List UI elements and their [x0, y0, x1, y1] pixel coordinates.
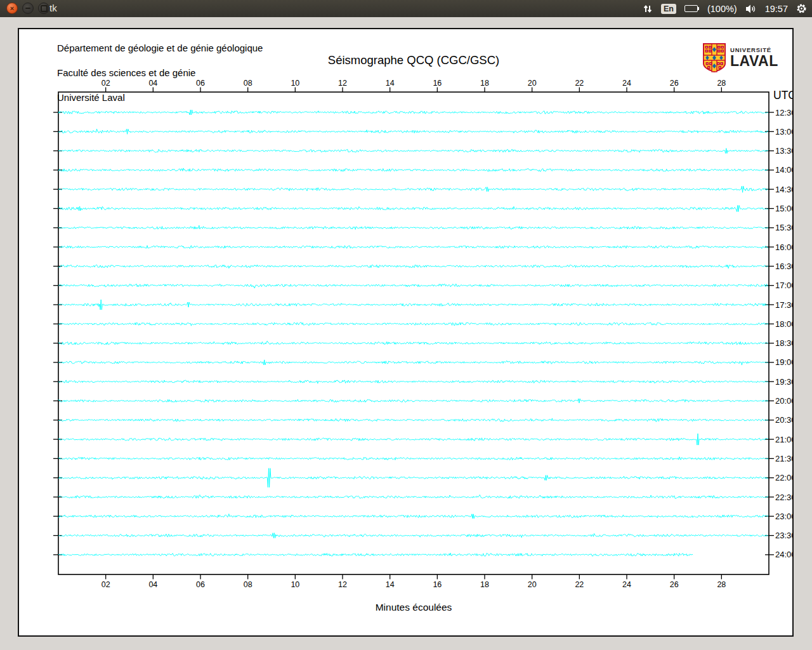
svg-text:20: 20	[528, 79, 537, 88]
svg-text:10: 10	[291, 79, 299, 88]
volume-icon[interactable]	[745, 4, 757, 14]
svg-text:23:30: 23:30	[775, 531, 792, 540]
svg-text:24: 24	[622, 580, 631, 589]
svg-text:28: 28	[717, 580, 726, 589]
svg-text:10: 10	[291, 580, 299, 589]
svg-text:02: 02	[102, 79, 110, 88]
svg-text:20: 20	[528, 580, 537, 589]
svg-text:18: 18	[480, 580, 489, 589]
svg-text:26: 26	[670, 79, 679, 88]
window-title: tk	[49, 0, 57, 17]
maximize-icon	[41, 5, 48, 12]
svg-text:08: 08	[244, 580, 252, 589]
svg-text:16:00: 16:00	[775, 242, 792, 252]
svg-text:24: 24	[622, 79, 631, 88]
svg-text:14:00: 14:00	[775, 165, 792, 175]
svg-text:24:00: 24:00	[775, 550, 792, 559]
svg-text:12: 12	[338, 580, 347, 589]
svg-text:18:00: 18:00	[775, 319, 792, 329]
battery-percent[interactable]: (100%)	[707, 4, 737, 14]
svg-text:06: 06	[196, 580, 205, 589]
minimize-button[interactable]	[22, 3, 34, 14]
svg-text:UTC: UTC	[773, 89, 792, 102]
taskbar: × tk En (100%) 19:57	[0, 0, 812, 17]
maximize-button[interactable]	[38, 3, 49, 14]
svg-text:04: 04	[148, 580, 157, 589]
svg-text:23:00: 23:00	[775, 512, 792, 521]
svg-text:16: 16	[433, 580, 442, 589]
keyboard-layout-indicator[interactable]: En	[661, 4, 676, 14]
svg-text:08: 08	[244, 79, 252, 88]
seismograph-window: Département de géologie et de génie géol…	[18, 28, 794, 637]
svg-text:19:00: 19:00	[775, 357, 792, 367]
session-gear-icon[interactable]	[796, 3, 807, 14]
minimize-icon	[25, 8, 30, 9]
svg-text:21:00: 21:00	[775, 435, 792, 444]
svg-text:13:30: 13:30	[775, 146, 792, 156]
svg-text:17:00: 17:00	[775, 281, 792, 290]
svg-text:14: 14	[386, 79, 395, 88]
svg-text:04: 04	[148, 79, 157, 88]
svg-text:13:00: 13:00	[775, 127, 792, 136]
svg-text:12: 12	[338, 79, 347, 88]
svg-text:02: 02	[102, 580, 110, 589]
svg-text:16: 16	[433, 79, 442, 88]
battery-icon[interactable]	[684, 5, 699, 12]
svg-text:22: 22	[575, 79, 584, 88]
svg-text:26: 26	[670, 580, 679, 589]
svg-text:19:30: 19:30	[775, 377, 792, 387]
network-arrows-icon[interactable]	[643, 4, 653, 14]
svg-text:15:30: 15:30	[775, 223, 792, 232]
desktop: × tk En (100%) 19:57	[0, 0, 812, 650]
svg-text:16:30: 16:30	[775, 262, 792, 271]
svg-text:22:30: 22:30	[775, 493, 792, 502]
svg-text:18: 18	[480, 79, 489, 88]
svg-text:20:30: 20:30	[775, 415, 792, 425]
close-button[interactable]: ×	[6, 3, 18, 14]
clock[interactable]: 19:57	[765, 4, 788, 14]
svg-text:22: 22	[575, 580, 584, 589]
svg-text:06: 06	[196, 79, 205, 88]
svg-text:21:30: 21:30	[775, 454, 792, 463]
svg-text:22:00: 22:00	[775, 473, 792, 482]
svg-text:14: 14	[386, 580, 395, 589]
svg-text:Minutes écoulées: Minutes écoulées	[376, 602, 452, 613]
svg-text:14:30: 14:30	[775, 185, 792, 194]
svg-text:28: 28	[717, 79, 726, 88]
svg-text:17:30: 17:30	[775, 300, 792, 310]
svg-text:18:30: 18:30	[775, 338, 792, 348]
svg-text:12:30: 12:30	[775, 108, 792, 117]
svg-text:15:00: 15:00	[775, 204, 792, 213]
svg-text:20:00: 20:00	[775, 396, 792, 406]
seismograph-plot: 0202040406060808101012121414161618182020…	[19, 29, 792, 635]
window-controls: ×	[6, 3, 49, 14]
indicator-area: En (100%) 19:57	[643, 0, 807, 17]
